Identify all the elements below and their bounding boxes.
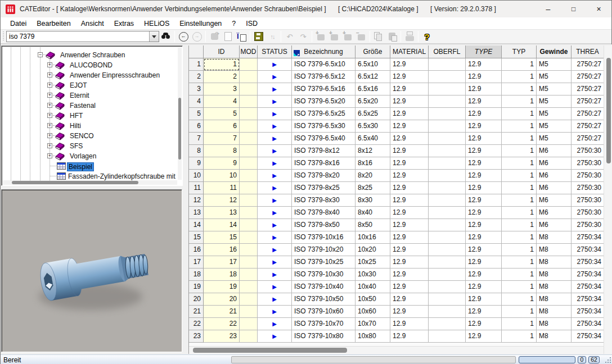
- cell-mod[interactable]: [240, 231, 258, 244]
- cell-id[interactable]: 19: [204, 281, 240, 293]
- cell-oberfl[interactable]: [429, 145, 466, 157]
- cell-gewinde[interactable]: M8: [537, 293, 572, 306]
- cell-material[interactable]: 12.9: [390, 182, 429, 194]
- cell-oberfl[interactable]: [429, 256, 466, 269]
- cell-id[interactable]: 3: [204, 83, 240, 95]
- find-binoculars-icon[interactable]: [160, 30, 172, 43]
- cell-bezeichnung[interactable]: ISO 7379-8x12: [292, 145, 356, 157]
- cell-groesse[interactable]: 10x80: [356, 330, 390, 343]
- cell-id[interactable]: 21: [204, 306, 240, 318]
- cell-typ[interactable]: 1: [502, 58, 537, 71]
- cell-id[interactable]: 10: [204, 170, 240, 182]
- menu-item-isd[interactable]: ISD: [241, 19, 263, 29]
- cell-threa[interactable]: 2750:34: [572, 244, 604, 256]
- cell-status[interactable]: ▶: [258, 269, 292, 281]
- cell-typ[interactable]: 1: [502, 133, 537, 145]
- cell-material[interactable]: 12.9: [390, 231, 429, 244]
- cell-threa[interactable]: 2750:34: [572, 269, 604, 281]
- cell-type[interactable]: 12.9: [466, 207, 502, 219]
- cell-gewinde[interactable]: M6: [537, 207, 572, 219]
- cell-gewinde[interactable]: M8: [537, 318, 572, 330]
- cell-groesse[interactable]: 6.5x30: [356, 120, 390, 133]
- cell-bezeichnung[interactable]: ISO 7379-6.5x20: [292, 95, 356, 108]
- cell-type[interactable]: 12.9: [466, 293, 502, 306]
- cell-groesse[interactable]: 6.5x25: [356, 108, 390, 120]
- row-number[interactable]: 15: [189, 231, 204, 244]
- table-vertical-scrollbar[interactable]: [604, 46, 612, 354]
- cell-bezeichnung[interactable]: ISO 7379-10x70: [292, 318, 356, 330]
- row-number[interactable]: 14: [189, 219, 204, 231]
- cell-material[interactable]: 12.9: [390, 219, 429, 231]
- row-number[interactable]: 8: [189, 145, 204, 157]
- cell-mod[interactable]: [240, 108, 258, 120]
- expand-icon[interactable]: +: [47, 113, 52, 118]
- cell-status[interactable]: ▶: [258, 281, 292, 293]
- cell-type[interactable]: 12.9: [466, 306, 502, 318]
- cell-status[interactable]: ▶: [258, 244, 292, 256]
- cell-groesse[interactable]: 10x30: [356, 269, 390, 281]
- cell-groesse[interactable]: 10x50: [356, 293, 390, 306]
- tree-item-label[interactable]: Hilti: [69, 122, 82, 130]
- cell-typ[interactable]: 1: [502, 95, 537, 108]
- cell-oberfl[interactable]: [429, 293, 466, 306]
- column-header-threa[interactable]: THREA: [572, 46, 604, 58]
- cell-gewinde[interactable]: M8: [537, 231, 572, 244]
- cell-id[interactable]: 20: [204, 293, 240, 306]
- cell-oberfl[interactable]: [429, 95, 466, 108]
- cell-typ[interactable]: 1: [502, 83, 537, 95]
- cell-groesse[interactable]: 10x20: [356, 244, 390, 256]
- cell-typ[interactable]: 1: [502, 281, 537, 293]
- tree-item-label[interactable]: SFS: [69, 142, 84, 150]
- cell-oberfl[interactable]: [429, 269, 466, 281]
- cell-mod[interactable]: [240, 256, 258, 269]
- cell-mod[interactable]: [240, 120, 258, 133]
- cell-threa[interactable]: 2750:34: [572, 306, 604, 318]
- cell-threa[interactable]: 2750:34: [572, 293, 604, 306]
- row-number[interactable]: 17: [189, 256, 204, 269]
- cell-material[interactable]: 12.9: [390, 244, 429, 256]
- cell-threa[interactable]: 2750:30: [572, 194, 604, 207]
- tree-item-sfs[interactable]: + SFS: [3, 141, 177, 151]
- row-number[interactable]: 12: [189, 194, 204, 207]
- cell-material[interactable]: 12.9: [390, 71, 429, 83]
- cell-mod[interactable]: [240, 306, 258, 318]
- cell-material[interactable]: 12.9: [390, 256, 429, 269]
- cell-oberfl[interactable]: [429, 281, 466, 293]
- cell-gewinde[interactable]: M8: [537, 269, 572, 281]
- cell-status[interactable]: ▶: [258, 182, 292, 194]
- tree-vertical-scrollbar[interactable]: [178, 47, 182, 180]
- cell-id[interactable]: 17: [204, 256, 240, 269]
- row-number[interactable]: 23: [189, 330, 204, 343]
- cell-status[interactable]: ▶: [258, 157, 292, 170]
- scrollbar-thumb[interactable]: [193, 348, 347, 353]
- column-header-groesse[interactable]: Größe: [356, 46, 390, 58]
- cell-oberfl[interactable]: [429, 108, 466, 120]
- cell-status[interactable]: ▶: [258, 120, 292, 133]
- cell-type[interactable]: 12.9: [466, 219, 502, 231]
- cell-bezeichnung[interactable]: ISO 7379-6.5x12: [292, 71, 356, 83]
- save-icon[interactable]: [253, 30, 265, 43]
- cell-groesse[interactable]: 10x70: [356, 318, 390, 330]
- cell-status[interactable]: ▶: [258, 71, 292, 83]
- cell-typ[interactable]: 1: [502, 293, 537, 306]
- tree-item-anwender-einpressschrauben[interactable]: + Anwender Einpressschrauben: [3, 70, 177, 80]
- cell-oberfl[interactable]: [429, 306, 466, 318]
- expand-icon[interactable]: +: [47, 143, 52, 148]
- cell-groesse[interactable]: 8x50: [356, 219, 390, 231]
- cell-oberfl[interactable]: [429, 157, 466, 170]
- cell-bezeichnung[interactable]: ISO 7379-6.5x16: [292, 83, 356, 95]
- cell-typ[interactable]: 1: [502, 318, 537, 330]
- tree-item-label[interactable]: Fassaden-Zylinderkopfschraube mit In: [67, 172, 177, 180]
- tree-item-senco[interactable]: + SENCO: [3, 131, 177, 141]
- minimize-button[interactable]: –: [536, 1, 561, 17]
- cell-typ[interactable]: 1: [502, 207, 537, 219]
- cell-groesse[interactable]: 8x30: [356, 194, 390, 207]
- cell-type[interactable]: 12.9: [466, 281, 502, 293]
- cell-typ[interactable]: 1: [502, 330, 537, 343]
- column-header-type[interactable]: TYPE: [466, 46, 502, 58]
- help-icon[interactable]: ?: [421, 30, 433, 43]
- cell-status[interactable]: ▶: [258, 318, 292, 330]
- cell-groesse[interactable]: 6.5x10: [356, 58, 390, 71]
- resize-grip[interactable]: [605, 357, 611, 363]
- cell-groesse[interactable]: 10x40: [356, 281, 390, 293]
